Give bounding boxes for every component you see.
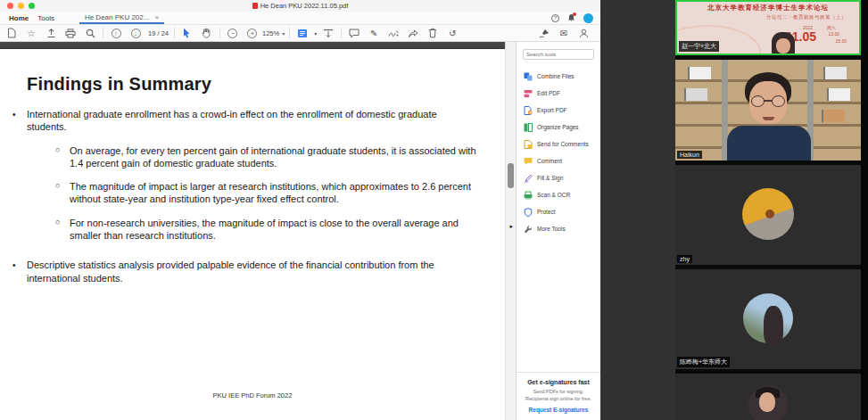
previous-page-button[interactable]: ↑ [110, 27, 122, 39]
comment-tool-icon[interactable] [348, 27, 360, 39]
pdf-file-icon [252, 3, 258, 9]
current-page-input[interactable]: 19 [148, 29, 155, 37]
tool-scan-ocr[interactable]: Scan & OCR [517, 186, 600, 203]
participant-name-label: 陈晔梅+华东师大 [677, 357, 730, 367]
participant-name-label: zhy [677, 255, 692, 263]
person-icon[interactable] [577, 27, 590, 39]
fit-width-icon[interactable] [322, 27, 335, 39]
speaker-head [772, 32, 795, 55]
scan-ocr-icon [524, 191, 533, 200]
tool-fill-sign[interactable]: Fill & Sign [517, 169, 600, 186]
tools-list: Combine Files Edit PDF Export PDF Organi… [517, 68, 600, 237]
poster-subtitle: 分论坛二：教育财政与政策（上） [766, 14, 847, 21]
sub-bullet-item: ○ The magnitude of impact is larger at r… [55, 180, 478, 206]
page-display-icon[interactable] [296, 27, 309, 39]
tool-organize-pages[interactable]: Organize Pages [517, 119, 600, 136]
combine-files-icon [524, 72, 533, 81]
poster-title: 北京大学教育经济学博士生学术论坛 [677, 4, 859, 12]
tab-tools[interactable]: Tools [37, 14, 54, 22]
vertical-scrollbar[interactable]: ▸ [505, 42, 516, 420]
zoom-out-button[interactable]: − [227, 27, 239, 39]
edit-pdf-icon [524, 89, 533, 98]
tool-send-for-comments[interactable]: Send for Comments [517, 136, 600, 152]
poster-time-end: 15:30 [835, 38, 847, 44]
tab-bar: Home Tools He Dean PKU 202... × ? [0, 12, 600, 25]
tool-edit-pdf[interactable]: Edit PDF [517, 85, 600, 102]
participant-name-label: Haikun [677, 151, 702, 159]
window-title: He Dean PKU 2022.11.05.pdf [0, 2, 600, 10]
help-icon[interactable]: ? [551, 14, 559, 22]
participant-tile-avatar-partial[interactable] [675, 374, 861, 420]
esign-pen-icon[interactable] [538, 27, 550, 39]
tool-more-tools[interactable]: More Tools [517, 220, 600, 237]
bullet-text: For non-research universities, the magni… [70, 217, 478, 243]
search-tools-box[interactable] [523, 49, 594, 60]
tab-document[interactable]: He Dean PKU 202... × [79, 12, 164, 24]
desktop-background [600, 0, 675, 420]
bullet-marker: • [12, 259, 27, 284]
tools-panel: Combine Files Edit PDF Export PDF Organi… [516, 42, 600, 420]
account-avatar[interactable] [583, 13, 593, 23]
slide-title: Findings in Summary [27, 74, 505, 95]
notifications-bell-icon[interactable] [567, 13, 575, 22]
glasses [751, 95, 785, 108]
signature-tool-icon[interactable] [387, 27, 400, 39]
scrollbar-thumb[interactable] [508, 163, 514, 188]
participant-avatar [743, 293, 793, 343]
request-esignatures-link[interactable]: Request E-signatures [520, 407, 597, 413]
search-tools-input[interactable] [526, 52, 591, 57]
bullet-text: The magnitude of impact is larger at res… [70, 180, 478, 206]
search-icon[interactable] [84, 27, 96, 39]
bullet-text: On average, for every ten percent gain o… [70, 144, 478, 170]
undo-icon[interactable]: ↺ [446, 27, 459, 39]
export-pdf-icon [524, 106, 533, 115]
pdf-page: Findings in Summary • International grad… [0, 49, 505, 420]
share-file-icon[interactable] [407, 27, 419, 39]
tool-comment[interactable]: Comment [517, 152, 600, 169]
participant-tile-video[interactable]: Haikun [675, 60, 861, 161]
tab-home[interactable]: Home [9, 14, 29, 22]
select-tool-cursor-icon[interactable] [181, 27, 194, 39]
send-for-comments-icon [524, 140, 533, 149]
bullet-text: International graduate enrollment has a … [27, 108, 478, 134]
print-icon[interactable] [64, 27, 77, 39]
participant-name-label: 赵一宁+北大 [679, 41, 719, 52]
bullet-item: • Descriptive statistics analysis provid… [12, 259, 478, 284]
bullet-marker: ○ [55, 144, 70, 170]
more-tools-icon [524, 225, 533, 234]
main-toolbar: ☆ ↑ ↓ 19 / 24 [0, 25, 600, 42]
bullet-marker: • [12, 108, 27, 134]
tool-export-pdf[interactable]: Export PDF [517, 102, 600, 119]
organize-pages-icon [524, 123, 533, 132]
acrobat-window: He Dean PKU 2022.11.05.pdf Home Tools He… [0, 0, 600, 420]
total-pages-label: 24 [161, 29, 169, 37]
participant-tile-avatar[interactable]: 陈晔梅+华东师大 [675, 269, 861, 369]
screen: He Dean PKU 2022.11.05.pdf Home Tools He… [0, 0, 868, 420]
participant-tile-speaker[interactable]: 北京大学教育经济学博士生学术论坛 分论坛二：教育财政与政策（上） 2022 周六… [675, 0, 861, 55]
bullet-marker: ○ [55, 217, 70, 243]
next-page-button[interactable]: ↓ [129, 27, 142, 39]
document-tab-label: He Dean PKU 202... [85, 13, 149, 21]
envelope-icon[interactable]: ✉ [558, 27, 570, 39]
share-upload-icon[interactable] [45, 27, 57, 39]
comment-bubble-icon [524, 157, 533, 166]
zoom-level-value[interactable]: 125% [262, 29, 279, 37]
delete-pages-icon[interactable] [426, 27, 439, 39]
star-favorite-icon[interactable]: ☆ [25, 27, 37, 39]
pencil-edit-icon[interactable]: ✎ [368, 27, 380, 39]
participant-tile-avatar[interactable]: zhy [675, 165, 861, 265]
window-title-text: He Dean PKU 2022.11.05.pdf [260, 2, 349, 10]
save-file-icon[interactable] [5, 27, 18, 39]
hand-tool-icon[interactable] [201, 27, 213, 39]
zoom-dropdown-caret-icon[interactable]: ▾ [282, 30, 285, 37]
close-tab-icon[interactable]: × [154, 13, 159, 21]
page-display-caret-icon[interactable]: ▾ [314, 30, 317, 37]
tool-combine-files[interactable]: Combine Files [517, 68, 600, 85]
sub-bullet-item: ○ On average, for every ten percent gain… [55, 144, 478, 170]
tool-protect[interactable]: Protect [517, 203, 600, 220]
window-titlebar: He Dean PKU 2022.11.05.pdf [0, 0, 600, 12]
meeting-participant-strip: 北京大学教育经济学博士生学术论坛 分论坛二：教育财政与政策（上） 2022 周六… [675, 0, 861, 420]
expand-panel-arrow-icon[interactable]: ▸ [509, 223, 513, 230]
zoom-in-button[interactable]: + [246, 27, 259, 39]
esign-promo: Get e-signatures fast Send PDFs for sign… [517, 372, 600, 420]
